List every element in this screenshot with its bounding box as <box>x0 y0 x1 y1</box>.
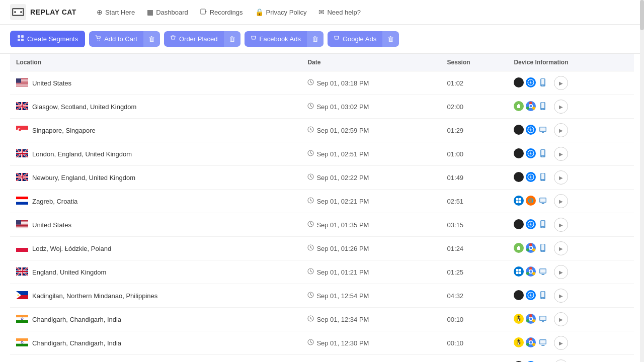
play-button[interactable]: ▶ <box>554 76 568 90</box>
svg-rect-134 <box>540 198 546 202</box>
session-value: 01:24 <box>447 245 464 252</box>
svg-point-176 <box>543 250 544 251</box>
nav-recordings[interactable]: Recordings <box>200 8 243 17</box>
svg-rect-144 <box>16 220 21 225</box>
session-cell: 02:00 <box>441 95 508 119</box>
play-button[interactable]: ▶ <box>554 147 568 161</box>
date-cell: Sep 01, 01:35 PM <box>301 213 441 237</box>
device-cell: ▶ <box>508 237 634 260</box>
nav-recordings-label: Recordings <box>210 9 243 16</box>
date-text: Sep 01, 03:02 PM <box>316 103 369 111</box>
android-green-icon <box>514 243 524 254</box>
svg-rect-224 <box>16 320 28 322</box>
order-placed-button[interactable]: Order Placed <box>164 31 224 47</box>
flag-uk-icon <box>16 267 28 277</box>
nav-dashboard[interactable]: ▦ Dashboard <box>147 8 188 16</box>
svg-point-60 <box>543 109 544 110</box>
play-button[interactable]: ▶ <box>554 100 568 114</box>
scrollbar-thumb[interactable] <box>640 0 644 30</box>
svg-point-64 <box>19 128 21 131</box>
play-button[interactable]: ▶ <box>554 218 568 232</box>
session-value: 01:25 <box>447 268 464 276</box>
monitor-blue-icon <box>538 266 548 278</box>
svg-rect-59 <box>541 103 544 108</box>
safari-blue-icon <box>526 77 536 89</box>
svg-rect-19 <box>16 84 28 84</box>
play-button[interactable]: ▶ <box>554 241 568 255</box>
add-to-cart-delete-button[interactable]: 🗑 <box>143 31 160 47</box>
svg-text:🐧: 🐧 <box>517 317 521 321</box>
play-button[interactable]: ▶ <box>554 359 568 362</box>
date-cell: Sep 01, 01:26 PM <box>301 237 441 260</box>
svg-point-90 <box>514 148 524 158</box>
logo: REPLAY CAT <box>10 4 76 20</box>
svg-rect-75 <box>540 127 546 131</box>
safari-blue-icon <box>526 219 536 231</box>
table-row: Glasgow, Scotland, United Kingdom Sep 01… <box>10 95 634 119</box>
nav-privacy-policy[interactable]: 🔒 Privacy Policy <box>255 8 307 16</box>
navbar: REPLAY CAT ⊕ Start Here ▦ Dashboard Reco… <box>0 0 644 25</box>
device-cell: ▶ <box>508 71 634 95</box>
date-text: Sep 01, 03:18 PM <box>316 79 369 87</box>
svg-point-55 <box>526 107 529 110</box>
device-cell: ▶ <box>508 190 634 213</box>
nav-start-here[interactable]: ⊕ Start Here <box>97 8 135 16</box>
location-text: Chandigarh, Chandigarh, India <box>32 339 121 347</box>
date-text: Sep 01, 02:22 PM <box>316 174 369 182</box>
date-text: Sep 01, 01:26 PM <box>316 245 369 252</box>
nav-need-help[interactable]: ✉ Need help? <box>318 8 361 16</box>
svg-point-164 <box>518 246 518 246</box>
add-to-cart-button[interactable]: Add to Cart <box>89 31 143 47</box>
svg-rect-118 <box>541 173 544 179</box>
play-button[interactable]: ▶ <box>554 312 568 326</box>
windows-blue-icon <box>514 196 524 207</box>
nav-start-here-label: Start Here <box>105 9 135 16</box>
svg-rect-185 <box>16 271 28 272</box>
recordings-icon <box>200 8 207 17</box>
date-cell: Sep 01, 02:51 PM <box>301 142 441 166</box>
svg-line-89 <box>311 153 312 154</box>
scrollbar-track[interactable] <box>640 0 644 362</box>
table-row: Chandigarh, Chandigarh, India Sep 01, 12… <box>10 308 634 331</box>
svg-point-48 <box>518 104 518 105</box>
order-placed-label: Order Placed <box>179 35 218 43</box>
safari-blue-icon <box>526 172 536 184</box>
clock-icon <box>307 315 314 323</box>
create-segments-button[interactable]: Create Segments <box>10 31 85 47</box>
table-row: Kadingilan, Northern Mindanao, Philippin… <box>10 284 634 308</box>
facebook-ads-delete-button[interactable]: 🗑 <box>307 31 324 47</box>
play-button[interactable]: ▶ <box>554 123 568 137</box>
android-green-icon <box>514 101 524 113</box>
location-cell: Zagreb, Croatia <box>10 190 301 213</box>
play-button[interactable]: ▶ <box>554 289 568 303</box>
location-cell: Glasgow, Scotland, United Kingdom <box>10 95 301 119</box>
svg-line-228 <box>311 319 312 320</box>
google-ads-delete-button[interactable]: 🗑 <box>382 31 399 47</box>
date-cell: Sep 01, 02:22 PM <box>301 166 441 190</box>
svg-point-54 <box>532 107 535 110</box>
svg-rect-246 <box>16 343 28 346</box>
clock-icon <box>307 173 314 182</box>
order-placed-delete-button[interactable]: 🗑 <box>224 31 240 47</box>
google-ads-button[interactable]: Google Ads <box>328 31 382 47</box>
session-value: 02:00 <box>447 103 464 111</box>
flag-in-icon <box>16 315 28 324</box>
svg-point-49 <box>519 104 520 105</box>
clock-icon <box>307 150 314 158</box>
clock-icon <box>307 79 314 87</box>
svg-line-188 <box>311 272 312 273</box>
play-button[interactable]: ▶ <box>554 194 568 208</box>
table-body: United States Sep 01, 03:18 PM 01:02▶ Gl… <box>10 71 634 363</box>
monitor-blue-icon <box>538 314 548 325</box>
date-cell: Sep 01, 12:30 PM <box>301 331 441 355</box>
svg-rect-10 <box>18 39 20 41</box>
play-button[interactable]: ▶ <box>554 170 568 185</box>
svg-point-209 <box>18 294 19 296</box>
svg-rect-220 <box>541 292 544 297</box>
svg-line-45 <box>311 106 312 107</box>
play-button[interactable]: ▶ <box>554 265 568 279</box>
facebook-ads-button[interactable]: Facebook Ads <box>245 31 307 47</box>
google-ads-label: Google Ads <box>343 35 376 43</box>
play-button[interactable]: ▶ <box>554 336 568 350</box>
svg-rect-142 <box>16 226 28 226</box>
